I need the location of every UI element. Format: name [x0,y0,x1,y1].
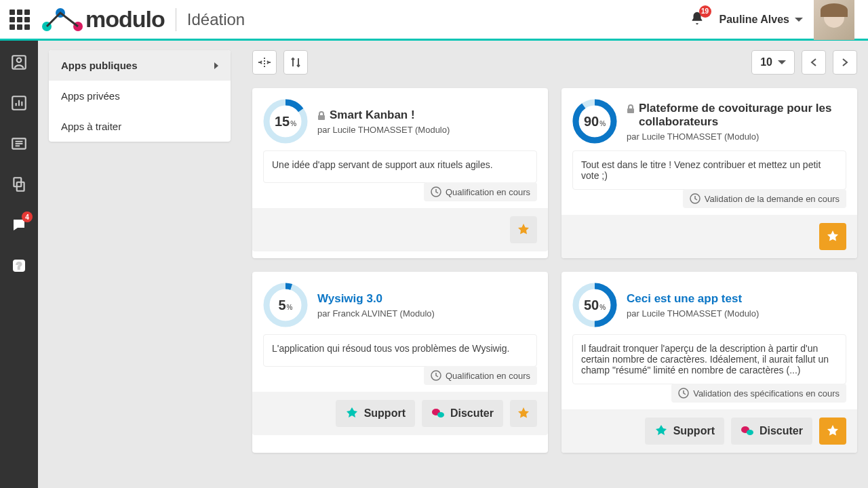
star-button[interactable] [510,400,537,427]
card-footer: Support Discuter [561,409,857,453]
status-chip: Qualification en cours [424,182,537,201]
card-title: Plateforme de covoiturage pour les colla… [639,102,846,129]
rail-item-news[interactable] [9,134,28,153]
support-icon [654,425,668,437]
cards-grid: 15% Smart Kanban ! par Lucile THOMASSET … [252,88,857,453]
card-author: par Lucile THOMASSET (Modulo) [317,125,537,135]
star-button[interactable] [510,216,537,243]
star-icon [517,223,530,237]
svg-point-1 [17,58,22,63]
status-chip: Validation des spécifications en cours [671,384,846,403]
toolbar: 10 [252,50,857,75]
avatar[interactable] [814,0,854,40]
page-title: Idéation [187,10,245,29]
status-chip: Validation de la demande en cours [683,189,846,208]
clock-icon [431,186,441,197]
card-description: Il faudrait tronquer l'aperçu de la desc… [572,334,846,384]
page-size-value: 10 [760,56,772,68]
sidebar-item-pending-apps[interactable]: Apps à traiter [49,111,231,142]
card-author: par Lucile THOMASSET (Modulo) [627,131,846,142]
support-button[interactable]: Support [645,418,724,445]
status-chip: Qualification en cours [424,366,537,385]
support-label: Support [673,425,715,437]
card-description: L'application qui résoud tous vos problè… [263,334,537,367]
progress-ring: 90% [572,99,617,144]
support-icon [345,407,359,420]
page-size-select[interactable]: 10 [751,50,795,75]
star-icon [826,230,840,243]
support-label: Support [364,407,406,420]
card-title[interactable]: Ceci est une app test [627,292,742,306]
status-label: Qualification en cours [446,371,530,381]
status-label: Validation des spécifications en cours [693,388,840,399]
left-rail: 4 ? [0,41,38,488]
chat-badge: 4 [22,211,33,222]
notifications-badge: 19 [699,5,711,18]
sidebar-item-label: Apps privées [61,90,120,102]
progress-value: 90 [584,114,599,129]
svg-rect-10 [318,115,325,120]
card-footer: Support Discuter [252,392,548,435]
content: 10 15% Smart Kanban ! par Lucile THOM [241,41,868,488]
svg-point-25 [747,430,753,435]
header-divider [176,8,176,31]
rail-item-stats[interactable] [9,94,28,113]
star-button[interactable] [819,223,846,250]
discuss-label: Discuter [760,425,803,437]
brand-logo[interactable]: modulo [42,6,165,33]
clock-icon [678,388,689,399]
app-card: 50% Ceci est une app test par Lucile THO… [561,272,857,453]
card-title: Smart Kanban ! [330,108,415,122]
card-title[interactable]: Wysiwig 3.0 [317,292,382,306]
discuss-button[interactable]: Discuter [731,418,812,445]
star-button[interactable] [819,418,846,445]
rail-item-profile[interactable] [9,53,28,72]
progress-ring: 50% [572,283,617,327]
card-description: Une idée d'app servant de support aux ri… [263,150,537,183]
apps-switcher-icon[interactable] [7,7,33,33]
notifications-button[interactable]: 19 [690,11,705,28]
chevron-down-icon [778,60,786,64]
expand-button[interactable] [252,50,277,75]
status-label: Qualification en cours [446,187,530,197]
rail-item-copy[interactable] [9,175,28,194]
card-author: par Franck ALVINET (Modulo) [317,308,537,319]
prev-page-button[interactable] [802,50,826,75]
chevron-right-icon [214,62,218,69]
user-menu-chevron-icon[interactable] [795,18,803,22]
rail-item-help[interactable]: ? [9,256,28,275]
sort-button[interactable] [283,50,308,75]
brand-name: modulo [85,6,165,33]
rail-item-chat[interactable]: 4 [9,216,28,235]
star-icon [826,424,840,438]
progress-value: 50 [584,298,599,313]
card-author: par Lucile THOMASSET (Modulo) [627,308,846,319]
sidebar: Apps publiques Apps privées Apps à trait… [38,41,241,488]
card-footer [561,215,857,258]
clock-icon [690,193,701,204]
progress-ring: 5% [263,283,308,327]
svg-point-20 [437,412,444,418]
discuss-label: Discuter [450,407,494,420]
progress-value: 15 [275,114,290,129]
card-description: Tout est dans le titre ! Venez contribue… [572,150,846,190]
card-footer [252,208,548,251]
sidebar-item-public-apps[interactable]: Apps publiques [49,50,231,81]
discuss-button[interactable]: Discuter [422,400,503,427]
app-card: 90% Plateforme de covoiturage pour les c… [561,88,857,258]
support-button[interactable]: Support [336,400,415,427]
user-name[interactable]: Pauline Alves [719,14,789,26]
sidebar-item-private-apps[interactable]: Apps privées [49,81,231,111]
progress-value: 5 [278,298,285,313]
app-card: 15% Smart Kanban ! par Lucile THOMASSET … [252,88,548,258]
svg-rect-14 [627,108,634,113]
progress-ring: 15% [263,99,308,144]
discuss-icon [741,425,754,437]
sidebar-item-label: Apps à traiter [61,121,121,132]
next-page-button[interactable] [833,50,857,75]
clock-icon [431,370,441,381]
svg-text:?: ? [16,260,22,271]
star-icon [517,407,530,420]
status-label: Validation de la demande en cours [705,194,840,204]
sidebar-item-label: Apps publiques [61,60,138,71]
